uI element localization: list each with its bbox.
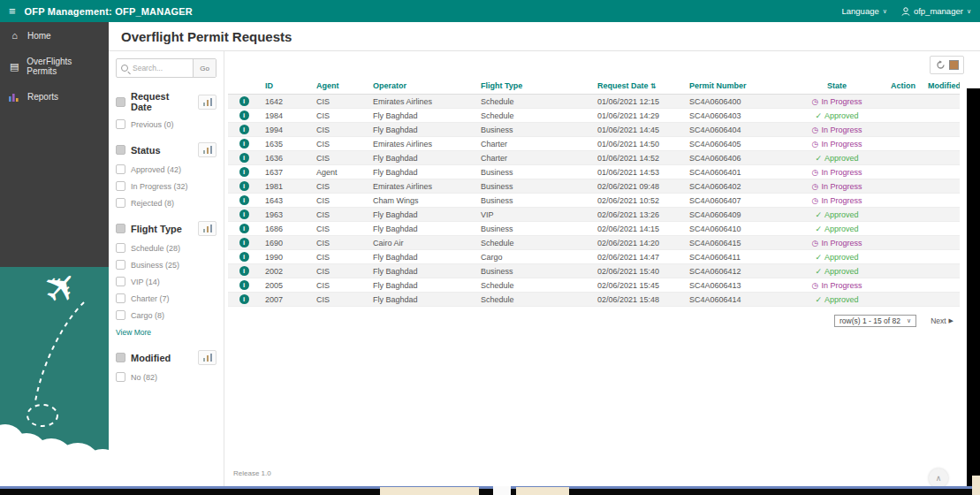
option-checkbox[interactable] [116,277,125,286]
state-label: Approved [824,154,859,163]
cell-state: ✓Approved [788,250,885,264]
filter-group-flight-type: Flight TypeSchedule (28)Business (25)VIP… [116,221,217,337]
column-header-state[interactable]: State [788,78,885,95]
cell-flight-type: Charter [475,151,592,165]
column-header-agent[interactable]: Agent [311,78,368,95]
column-header-permit-number[interactable]: Permit Number [684,78,788,95]
info-icon[interactable]: i [239,266,249,276]
option-checkbox[interactable] [116,310,125,320]
state-badge: ✓Approved [815,225,858,233]
option-checkbox[interactable] [116,372,125,382]
cell-modified [923,194,960,208]
filter-option-label: Rejected (8) [131,199,174,208]
info-icon[interactable]: i [239,238,249,248]
cell-operator: Fly Baghdad [368,293,475,307]
scroll-to-top-button[interactable]: ∧ [929,468,948,488]
clock-icon: ◷ [812,140,819,148]
info-icon[interactable]: i [239,139,249,148]
info-icon[interactable]: i [239,153,249,163]
column-header-id[interactable]: ID [260,78,311,95]
cell-flight-type: Schedule [475,278,592,293]
column-header-flight-type[interactable]: Flight Type [475,78,592,95]
clock-icon: ◷ [812,126,819,134]
language-label: Language [841,6,878,16]
info-icon[interactable]: i [239,195,249,205]
search-icon [121,65,128,72]
state-label: Approved [824,253,859,262]
column-header-modified[interactable]: Modified [923,78,960,95]
cell-agent: CIS [311,109,368,123]
cell-info: i [228,95,260,109]
table-row: i1984CISFly BaghdadSchedule01/06/2021 14… [228,109,960,123]
state-label: In Progress [821,281,862,290]
sidebar-item-reports[interactable]: Reports [0,84,109,110]
filter-sort-button[interactable] [198,350,217,365]
screen-artifact [972,476,980,495]
table-body: i1642CISEmirates AirlinesSchedule01/06/2… [228,95,960,307]
column-header-request-date[interactable]: Request Date ⇅ [592,78,684,95]
hamburger-icon[interactable]: ≡ [9,4,16,18]
cell-request-date: 02/06/2021 15:45 [592,278,684,293]
sidebar-item-overflights-permits[interactable]: ▤OverFlights Permits [0,49,109,84]
language-menu[interactable]: Language ∨ [841,6,886,16]
column-header-operator[interactable]: Operator [368,78,475,95]
cell-modified [923,95,960,109]
filter-option-rejected: Rejected (8) [116,198,217,208]
option-checkbox[interactable] [116,198,125,208]
report-actions-button[interactable] [930,56,964,74]
cell-request-date: 02/06/2021 14:20 [592,236,684,250]
check-icon: ✓ [815,267,822,276]
cell-id: 1990 [260,250,311,264]
filter-option-approved: Approved (42) [116,164,217,174]
cell-modified [923,109,960,123]
cell-operator: Emirates Airlines [368,95,475,109]
option-checkbox[interactable] [116,164,125,174]
view-more-link[interactable]: View More [116,328,217,337]
sort-bars-icon [203,98,212,106]
cell-request-date: 01/06/2021 14:53 [592,165,684,179]
group-checkbox[interactable] [116,145,125,155]
option-checkbox[interactable] [116,243,125,253]
info-icon[interactable]: i [239,209,249,219]
option-checkbox[interactable] [116,119,125,129]
search-go-button[interactable]: Go [193,59,216,77]
group-checkbox[interactable] [116,353,125,362]
option-checkbox[interactable] [116,181,125,191]
cell-operator: Fly Baghdad [368,222,475,236]
sidebar-item-home[interactable]: ⌂Home [0,22,109,49]
column-header-action[interactable]: Action [885,78,923,95]
info-icon[interactable]: i [239,252,249,262]
cell-flight-type: Business [475,165,592,179]
info-icon[interactable]: i [239,110,249,120]
rows-range-select[interactable]: row(s) 1 - 15 of 82 ∨ [834,315,916,327]
cell-action [885,222,923,236]
table-row: i2005CISFly BaghdadSchedule02/06/2021 15… [228,278,960,293]
column-header-info[interactable] [228,78,260,95]
info-icon[interactable]: i [239,125,249,134]
filter-sort-button[interactable] [198,142,217,157]
option-checkbox[interactable] [116,293,125,303]
filter-sort-button[interactable] [198,221,217,236]
info-icon[interactable]: i [239,224,249,233]
cell-flight-type: Business [475,194,592,208]
info-icon[interactable]: i [239,96,249,106]
search-input[interactable] [131,64,193,72]
filter-option-no: No (82) [116,372,217,382]
filter-sort-button[interactable] [198,95,217,110]
table-row: i2002CISFly BaghdadBusiness02/06/2021 15… [228,264,960,278]
group-checkbox[interactable] [116,224,125,233]
filter-group-status: StatusApproved (42)In Progress (32)Rejec… [116,142,217,208]
cell-permit-number: SC4A0606409 [684,208,788,222]
next-page-button[interactable]: Next ▶ [931,316,953,325]
cell-agent: CIS [311,95,368,109]
cell-action [885,236,923,250]
group-checkbox[interactable] [116,97,125,107]
info-icon[interactable]: i [239,181,249,191]
info-icon[interactable]: i [239,280,249,290]
cell-permit-number: SC4A0606402 [684,179,788,194]
info-icon[interactable]: i [239,294,249,304]
cell-operator: Fly Baghdad [368,123,475,137]
option-checkbox[interactable] [116,260,125,270]
user-menu[interactable]: ofp_manager ∨ [901,6,971,16]
info-icon[interactable]: i [239,167,249,177]
